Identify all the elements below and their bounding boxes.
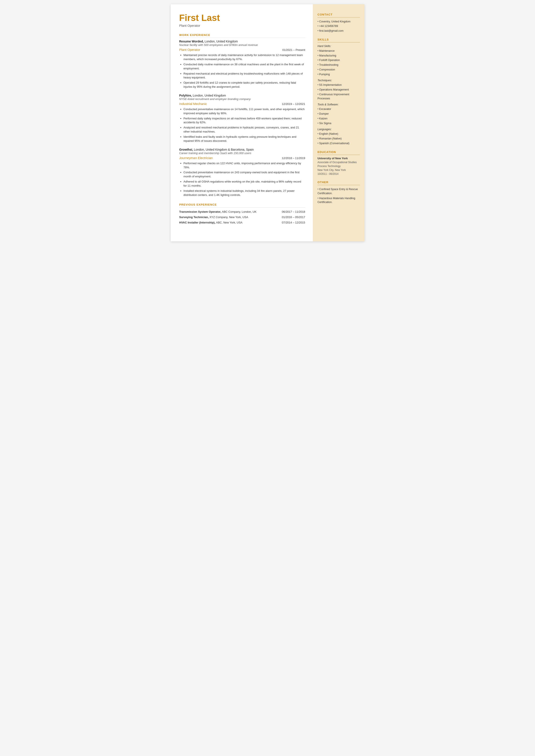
bullet-1-3: Repaired mechanical and electrical probl… (183, 72, 305, 80)
contact-phone: +44 123456789 (318, 24, 360, 29)
contact-heading: CONTACT (318, 13, 360, 17)
bullet-3-3: Adhered to all OSHA regulations while wo… (183, 180, 305, 188)
work-experience-heading: WORK EXPERIENCE (179, 33, 305, 38)
technique-5s: 5S Implementation (318, 83, 360, 88)
edu-degree: Associate of Occupational Studies Proces… (318, 160, 360, 176)
company-name-3: Growthsi, London, United Kingdom & Barce… (179, 148, 305, 151)
languages-subhead: Languages: (318, 128, 360, 131)
skill-compression: Compression (318, 67, 360, 72)
languages-list: English (Native) Romanian (Native) Spani… (318, 132, 360, 146)
company-desc-1: Nuclear facility with 500 employees and … (179, 43, 305, 46)
job-title-3: Journeyman Electrician (179, 156, 213, 160)
skill-troubleshooting: Troubleshooting (318, 63, 360, 68)
job-block-1: Resume Worded, London, United Kingdom Nu… (179, 40, 305, 89)
left-column: First Last Plant Operator WORK EXPERIENC… (171, 4, 313, 241)
contact-list: Coventry, United Kingdom +44 123456789 f… (318, 19, 360, 33)
bullet-2-3: Analyzed and resolved mechanical problem… (183, 126, 305, 134)
right-column: CONTACT Coventry, United Kingdom +44 123… (313, 4, 365, 241)
resume-page: First Last Plant Operator WORK EXPERIENC… (171, 4, 365, 241)
job-block-2: Polyhire, London, United Kingdom NYSE-li… (179, 94, 305, 143)
company-suffix-2: London, United Kingdom (192, 94, 226, 97)
job-header-2: Industrial Mechanic 12/2019 – 12/2021 (179, 102, 305, 106)
candidate-title: Plant Operator (179, 24, 305, 27)
tool-sixsigma: Six Sigma (318, 121, 360, 126)
education-entry: University of New York Associate of Occu… (318, 157, 360, 176)
tool-kaizen: Kaizen (318, 116, 360, 121)
prev-exp-role-2: Surveying Technician, XYZ Company, New Y… (179, 215, 274, 220)
job-dates-3: 12/2018 – 11/2019 (282, 156, 305, 160)
prev-exp-dates-1: 06/2017 – 11/2018 (274, 209, 305, 215)
bullet-2-4: Identified leaks and faulty seals in hyd… (183, 135, 305, 143)
job-block-3: Growthsi, London, United Kingdom & Barce… (179, 148, 305, 197)
contact-email: first.last@gmail.com (318, 29, 360, 33)
skill-forklift: Forklift Operation (318, 58, 360, 63)
other-item-2: Hazardous Materials Handling Certificati… (318, 196, 360, 205)
bullet-2-2: Performed daily safety inspections on al… (183, 117, 305, 125)
previous-experience-heading: PREVIOUS EXPERIENCE (179, 203, 305, 208)
prev-exp-role-3: HVAC Installer (Internship), ABC, New Yo… (179, 220, 274, 225)
technique-ops: Operations Management (318, 88, 360, 92)
job-header-3: Journeyman Electrician 12/2018 – 11/2019 (179, 156, 305, 160)
company-suffix-3: London, United Kingdom & Barcelona, Spai… (193, 148, 254, 151)
edu-school: University of New York (318, 157, 360, 160)
technique-ci: Continuous Improvement Processes (318, 92, 360, 101)
hard-skills-list: Maintenance Manufacturing Forklift Opera… (318, 48, 360, 77)
candidate-name: First Last (179, 13, 305, 23)
lang-romanian: Romanian (Native) (318, 136, 360, 141)
company-bold-1: Resume Worded, (179, 40, 204, 43)
bullet-3-1: Performed regular checks on 122 HVAC uni… (183, 161, 305, 170)
tools-list: Excavator Dumper Kaizen Six Sigma (318, 107, 360, 126)
previous-experience-table: Transmission System Operator, ABC Compan… (179, 209, 305, 225)
prev-exp-dates-3: 07/2014 – 12/2015 (274, 220, 305, 225)
prev-exp-role-1: Transmission System Operator, ABC Compan… (179, 209, 274, 215)
job-dates-1: 01/2021 – Present (282, 48, 305, 51)
company-desc-2: NYSE-listed recruitment and employer bra… (179, 98, 305, 101)
bullet-2-1: Conducted preventative maintenance on 14… (183, 107, 305, 116)
bullet-3-2: Conducted preventative maintenance on 24… (183, 170, 305, 179)
lang-spanish: Spanish (Conversational) (318, 141, 360, 146)
prev-exp-row-2: Surveying Technician, XYZ Company, New Y… (179, 215, 305, 220)
contact-location: Coventry, United Kingdom (318, 19, 360, 24)
company-desc-3: Career training and membership SaaS with… (179, 152, 305, 155)
prev-exp-dates-2: 01/2016 – 05/2017 (274, 215, 305, 220)
other-item-1: Confined Space Entry & Rescue Certificat… (318, 187, 360, 196)
company-name-1: Resume Worded, London, United Kingdom (179, 40, 305, 43)
job-dates-2: 12/2019 – 12/2021 (282, 102, 305, 106)
education-heading: EDUCATION (318, 151, 360, 155)
prev-exp-row-3: HVAC Installer (Internship), ABC, New Yo… (179, 220, 305, 225)
lang-english: English (Native) (318, 132, 360, 136)
bullet-1-1: Maintained precise records of daily main… (183, 53, 305, 61)
tools-subhead: Tools & Software: (318, 103, 360, 106)
tool-dumper: Dumper (318, 112, 360, 116)
job-header-1: Plant Operator 01/2021 – Present (179, 48, 305, 51)
tool-excavator: Excavator (318, 107, 360, 112)
hard-skills-subhead: Hard Skills: (318, 44, 360, 48)
job-title-2: Industrial Mechanic (179, 102, 207, 106)
other-list: Confined Space Entry & Rescue Certificat… (318, 187, 360, 205)
techniques-subhead: Techniques: (318, 79, 360, 82)
skill-manufacturing: Manufacturing (318, 53, 360, 58)
company-name-2: Polyhire, London, United Kingdom (179, 94, 305, 97)
skill-pumping: Pumping (318, 72, 360, 77)
bullet-1-2: Conducted daily routine maintenance on 3… (183, 63, 305, 71)
job-bullets-3: Performed regular checks on 122 HVAC uni… (179, 161, 305, 197)
prev-exp-row-1: Transmission System Operator, ABC Compan… (179, 209, 305, 215)
bullet-3-4: Installed electrical systems in industri… (183, 189, 305, 197)
company-suffix-1: London, United Kingdom (204, 40, 238, 43)
skills-heading: SKILLS (318, 38, 360, 42)
skill-maintenance: Maintenance (318, 48, 360, 53)
other-heading: OTHER (318, 181, 360, 185)
company-bold-3: Growthsi, (179, 148, 193, 151)
job-title-1: Plant Operator (179, 48, 200, 51)
job-bullets-2: Conducted preventative maintenance on 14… (179, 107, 305, 143)
techniques-list: 5S Implementation Operations Management … (318, 83, 360, 101)
job-bullets-1: Maintained precise records of daily main… (179, 53, 305, 89)
company-bold-2: Polyhire, (179, 94, 192, 97)
bullet-1-4: Operated 29 forklifts and 12 cranes to c… (183, 81, 305, 89)
